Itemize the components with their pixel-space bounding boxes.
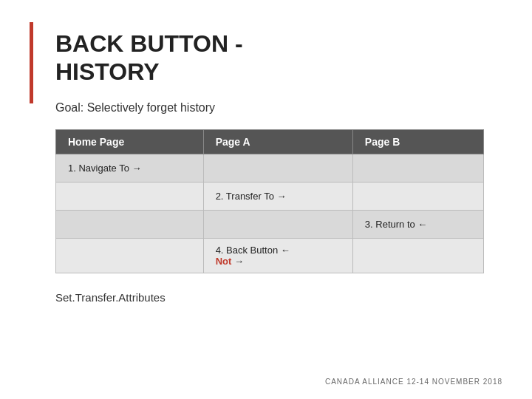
row2-col2: 2. Transfer To → [203,182,352,210]
table-row: 3. Return to ← [56,210,484,238]
slide-subtitle: Goal: Selectively forget history [55,101,495,115]
row2-col3 [352,182,483,210]
col-header-a: Page A [203,129,352,154]
row2-col1 [56,182,204,210]
row4-col2: 4. Back Button ← Not → [203,238,352,273]
row3-col2 [203,210,352,238]
row4-col1 [56,238,204,273]
table-row: 2. Transfer To → [56,182,484,210]
col-header-b: Page B [352,129,483,154]
left-border-accent [30,22,33,103]
footer-text: Set.Transfer.Attributes [55,291,495,304]
content-table-wrapper: Home Page Page A Page B 1. Navigate To → [55,129,495,273]
row4-col3 [352,238,483,273]
table-row: 1. Navigate To → [56,154,484,182]
table-row: 4. Back Button ← Not → [56,238,484,273]
row3-col1 [56,210,204,238]
row1-col1: 1. Navigate To → [56,154,204,182]
row1-col3 [352,154,483,182]
footer-credit: CANADA ALLIANCE 12-14 NOVEMBER 2018 [325,378,502,386]
slide-title: BACK BUTTON - HISTORY [55,30,495,86]
table-header-row: Home Page Page A Page B [56,129,484,154]
row1-col2 [203,154,352,182]
row3-col3: 3. Return to ← [352,210,483,238]
not-text: Not [216,256,232,267]
slide-container: BACK BUTTON - HISTORY Goal: Selectively … [0,0,532,399]
col-header-home: Home Page [56,129,204,154]
history-table: Home Page Page A Page B 1. Navigate To → [55,129,484,273]
